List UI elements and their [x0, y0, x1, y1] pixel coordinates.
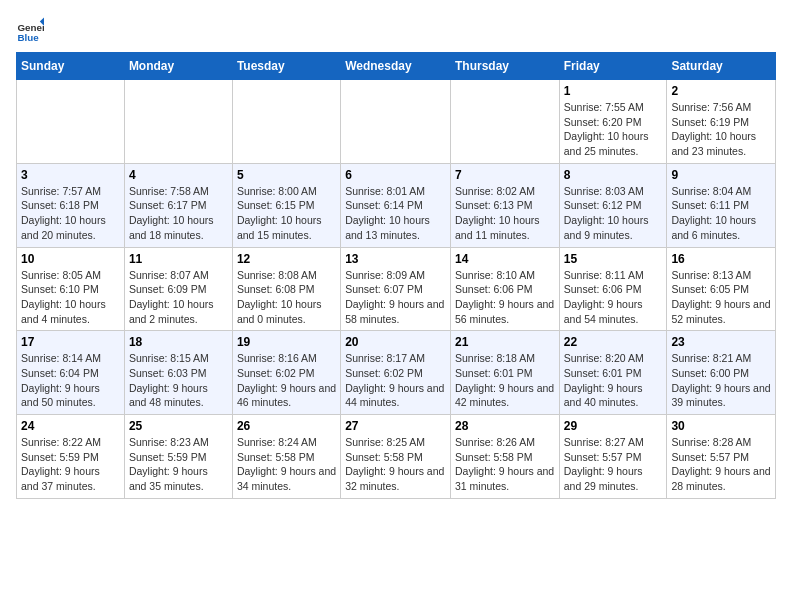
day-info: Sunrise: 8:13 AM Sunset: 6:05 PM Dayligh… — [671, 268, 771, 327]
calendar-cell: 19Sunrise: 8:16 AM Sunset: 6:02 PM Dayli… — [232, 331, 340, 415]
calendar-cell: 22Sunrise: 8:20 AM Sunset: 6:01 PM Dayli… — [559, 331, 667, 415]
logo: General Blue — [16, 16, 48, 44]
day-number: 14 — [455, 252, 555, 266]
day-number: 27 — [345, 419, 446, 433]
calendar-cell: 18Sunrise: 8:15 AM Sunset: 6:03 PM Dayli… — [124, 331, 232, 415]
day-number: 3 — [21, 168, 120, 182]
calendar-cell: 30Sunrise: 8:28 AM Sunset: 5:57 PM Dayli… — [667, 415, 776, 499]
calendar-cell: 16Sunrise: 8:13 AM Sunset: 6:05 PM Dayli… — [667, 247, 776, 331]
day-number: 19 — [237, 335, 336, 349]
day-number: 16 — [671, 252, 771, 266]
day-info: Sunrise: 8:16 AM Sunset: 6:02 PM Dayligh… — [237, 351, 336, 410]
day-info: Sunrise: 7:58 AM Sunset: 6:17 PM Dayligh… — [129, 184, 228, 243]
weekday-header-saturday: Saturday — [667, 53, 776, 80]
calendar-cell: 13Sunrise: 8:09 AM Sunset: 6:07 PM Dayli… — [341, 247, 451, 331]
calendar-cell: 5Sunrise: 8:00 AM Sunset: 6:15 PM Daylig… — [232, 163, 340, 247]
day-number: 23 — [671, 335, 771, 349]
calendar-cell: 6Sunrise: 8:01 AM Sunset: 6:14 PM Daylig… — [341, 163, 451, 247]
calendar-cell: 1Sunrise: 7:55 AM Sunset: 6:20 PM Daylig… — [559, 80, 667, 164]
calendar-cell — [17, 80, 125, 164]
day-info: Sunrise: 8:11 AM Sunset: 6:06 PM Dayligh… — [564, 268, 663, 327]
calendar-cell: 17Sunrise: 8:14 AM Sunset: 6:04 PM Dayli… — [17, 331, 125, 415]
calendar-cell: 20Sunrise: 8:17 AM Sunset: 6:02 PM Dayli… — [341, 331, 451, 415]
calendar-cell: 14Sunrise: 8:10 AM Sunset: 6:06 PM Dayli… — [450, 247, 559, 331]
weekday-header-wednesday: Wednesday — [341, 53, 451, 80]
calendar-cell: 3Sunrise: 7:57 AM Sunset: 6:18 PM Daylig… — [17, 163, 125, 247]
logo-icon: General Blue — [16, 16, 44, 44]
day-info: Sunrise: 7:56 AM Sunset: 6:19 PM Dayligh… — [671, 100, 771, 159]
day-number: 6 — [345, 168, 446, 182]
day-info: Sunrise: 8:00 AM Sunset: 6:15 PM Dayligh… — [237, 184, 336, 243]
day-info: Sunrise: 8:22 AM Sunset: 5:59 PM Dayligh… — [21, 435, 120, 494]
day-info: Sunrise: 8:08 AM Sunset: 6:08 PM Dayligh… — [237, 268, 336, 327]
day-info: Sunrise: 8:05 AM Sunset: 6:10 PM Dayligh… — [21, 268, 120, 327]
weekday-header-monday: Monday — [124, 53, 232, 80]
calendar-cell — [341, 80, 451, 164]
calendar-cell: 29Sunrise: 8:27 AM Sunset: 5:57 PM Dayli… — [559, 415, 667, 499]
calendar-cell: 27Sunrise: 8:25 AM Sunset: 5:58 PM Dayli… — [341, 415, 451, 499]
calendar-cell: 10Sunrise: 8:05 AM Sunset: 6:10 PM Dayli… — [17, 247, 125, 331]
day-number: 13 — [345, 252, 446, 266]
calendar-cell — [124, 80, 232, 164]
day-info: Sunrise: 8:02 AM Sunset: 6:13 PM Dayligh… — [455, 184, 555, 243]
day-info: Sunrise: 8:09 AM Sunset: 6:07 PM Dayligh… — [345, 268, 446, 327]
calendar-cell: 12Sunrise: 8:08 AM Sunset: 6:08 PM Dayli… — [232, 247, 340, 331]
day-number: 8 — [564, 168, 663, 182]
day-number: 22 — [564, 335, 663, 349]
day-info: Sunrise: 8:17 AM Sunset: 6:02 PM Dayligh… — [345, 351, 446, 410]
calendar-cell: 9Sunrise: 8:04 AM Sunset: 6:11 PM Daylig… — [667, 163, 776, 247]
day-number: 2 — [671, 84, 771, 98]
calendar-cell: 26Sunrise: 8:24 AM Sunset: 5:58 PM Dayli… — [232, 415, 340, 499]
day-number: 11 — [129, 252, 228, 266]
calendar-table: SundayMondayTuesdayWednesdayThursdayFrid… — [16, 52, 776, 499]
day-number: 18 — [129, 335, 228, 349]
day-number: 30 — [671, 419, 771, 433]
day-number: 25 — [129, 419, 228, 433]
day-number: 21 — [455, 335, 555, 349]
calendar-cell: 28Sunrise: 8:26 AM Sunset: 5:58 PM Dayli… — [450, 415, 559, 499]
day-number: 10 — [21, 252, 120, 266]
calendar-cell — [450, 80, 559, 164]
day-info: Sunrise: 8:14 AM Sunset: 6:04 PM Dayligh… — [21, 351, 120, 410]
calendar-cell: 15Sunrise: 8:11 AM Sunset: 6:06 PM Dayli… — [559, 247, 667, 331]
weekday-header-thursday: Thursday — [450, 53, 559, 80]
day-info: Sunrise: 8:03 AM Sunset: 6:12 PM Dayligh… — [564, 184, 663, 243]
day-info: Sunrise: 8:24 AM Sunset: 5:58 PM Dayligh… — [237, 435, 336, 494]
calendar-cell: 21Sunrise: 8:18 AM Sunset: 6:01 PM Dayli… — [450, 331, 559, 415]
day-info: Sunrise: 8:25 AM Sunset: 5:58 PM Dayligh… — [345, 435, 446, 494]
day-number: 1 — [564, 84, 663, 98]
day-info: Sunrise: 8:04 AM Sunset: 6:11 PM Dayligh… — [671, 184, 771, 243]
header: General Blue — [16, 16, 776, 44]
day-number: 15 — [564, 252, 663, 266]
day-info: Sunrise: 8:23 AM Sunset: 5:59 PM Dayligh… — [129, 435, 228, 494]
day-number: 24 — [21, 419, 120, 433]
day-info: Sunrise: 8:01 AM Sunset: 6:14 PM Dayligh… — [345, 184, 446, 243]
day-number: 28 — [455, 419, 555, 433]
calendar-cell: 4Sunrise: 7:58 AM Sunset: 6:17 PM Daylig… — [124, 163, 232, 247]
day-info: Sunrise: 8:28 AM Sunset: 5:57 PM Dayligh… — [671, 435, 771, 494]
calendar-cell: 11Sunrise: 8:07 AM Sunset: 6:09 PM Dayli… — [124, 247, 232, 331]
day-info: Sunrise: 8:15 AM Sunset: 6:03 PM Dayligh… — [129, 351, 228, 410]
day-info: Sunrise: 8:18 AM Sunset: 6:01 PM Dayligh… — [455, 351, 555, 410]
day-info: Sunrise: 8:07 AM Sunset: 6:09 PM Dayligh… — [129, 268, 228, 327]
day-number: 9 — [671, 168, 771, 182]
day-number: 7 — [455, 168, 555, 182]
day-number: 20 — [345, 335, 446, 349]
day-number: 17 — [21, 335, 120, 349]
calendar-cell: 8Sunrise: 8:03 AM Sunset: 6:12 PM Daylig… — [559, 163, 667, 247]
calendar-cell: 24Sunrise: 8:22 AM Sunset: 5:59 PM Dayli… — [17, 415, 125, 499]
calendar-cell: 23Sunrise: 8:21 AM Sunset: 6:00 PM Dayli… — [667, 331, 776, 415]
day-number: 5 — [237, 168, 336, 182]
day-info: Sunrise: 8:20 AM Sunset: 6:01 PM Dayligh… — [564, 351, 663, 410]
calendar-cell: 25Sunrise: 8:23 AM Sunset: 5:59 PM Dayli… — [124, 415, 232, 499]
calendar-cell: 7Sunrise: 8:02 AM Sunset: 6:13 PM Daylig… — [450, 163, 559, 247]
day-info: Sunrise: 8:27 AM Sunset: 5:57 PM Dayligh… — [564, 435, 663, 494]
svg-text:Blue: Blue — [17, 32, 39, 43]
weekday-header-sunday: Sunday — [17, 53, 125, 80]
day-info: Sunrise: 8:21 AM Sunset: 6:00 PM Dayligh… — [671, 351, 771, 410]
day-number: 12 — [237, 252, 336, 266]
day-number: 29 — [564, 419, 663, 433]
weekday-header-tuesday: Tuesday — [232, 53, 340, 80]
day-info: Sunrise: 7:57 AM Sunset: 6:18 PM Dayligh… — [21, 184, 120, 243]
calendar-cell: 2Sunrise: 7:56 AM Sunset: 6:19 PM Daylig… — [667, 80, 776, 164]
